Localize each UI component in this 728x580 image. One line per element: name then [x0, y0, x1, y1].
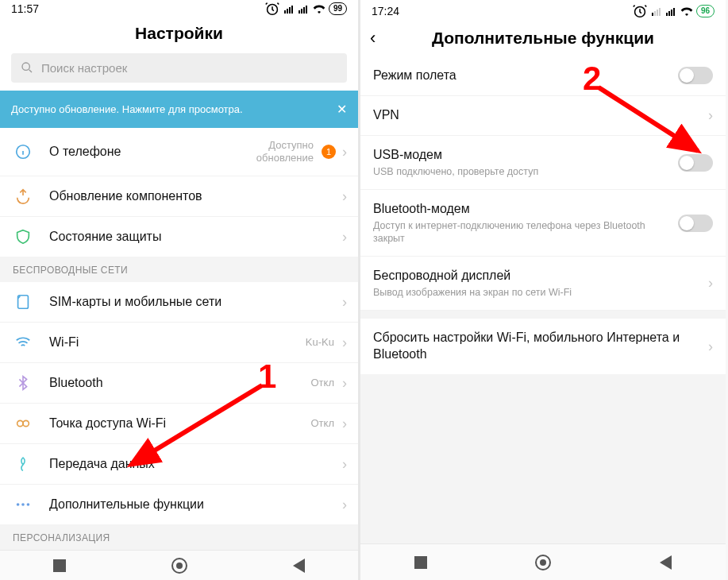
header: ‹ Дополнительные функции — [360, 22, 726, 56]
row-hotspot[interactable]: Точка доступа Wi-Fi Откл › — [0, 403, 358, 443]
wifi-icon — [11, 334, 35, 351]
signal-1-icon — [652, 6, 663, 16]
row-wireless-display[interactable]: Беспроводной дисплей Вывод изображения н… — [360, 257, 726, 311]
close-icon[interactable]: ✕ — [337, 102, 347, 117]
svg-rect-7 — [303, 7, 305, 14]
row-title: USB-модем — [373, 147, 670, 164]
nav-bar — [0, 550, 358, 580]
page-title: Настройки — [135, 24, 223, 43]
row-label: Обновление компонентов — [49, 189, 202, 203]
nav-back-button[interactable] — [660, 555, 672, 570]
row-airplane-mode[interactable]: Режим полета — [360, 56, 726, 96]
chevron-right-icon: › — [342, 294, 347, 311]
chevron-right-icon: › — [342, 497, 347, 513]
row-sim[interactable]: SIM-карты и мобильные сети › — [0, 282, 358, 322]
nav-recent-button[interactable] — [53, 559, 66, 572]
row-desc: USB подключено, проверьте доступ — [373, 165, 670, 178]
nav-bar — [360, 543, 726, 580]
data-icon — [11, 455, 35, 473]
shield-icon — [11, 228, 35, 246]
sim-icon — [11, 293, 35, 311]
svg-point-17 — [27, 503, 30, 506]
row-security-status[interactable]: Состояние защиты › — [0, 216, 358, 257]
update-banner[interactable]: Доступно обновление. Нажмите для просмот… — [0, 91, 358, 128]
row-desc: Доступ к интернет-подключению телефона ч… — [373, 219, 670, 246]
chevron-right-icon: › — [342, 375, 347, 392]
wifi-icon — [680, 6, 693, 16]
status-icons-group: 96 — [631, 2, 715, 20]
row-title: Сбросить настройки Wi-Fi, мобильного Инт… — [373, 330, 700, 363]
row-label: Передача данных — [49, 457, 155, 471]
rows: Режим полета VPN › USB-модем USB подключ… — [360, 56, 726, 311]
svg-rect-27 — [673, 8, 675, 16]
signal-2-icon — [666, 6, 677, 16]
svg-rect-8 — [306, 6, 307, 14]
row-subtext: Ku-Ku — [306, 336, 334, 349]
row-bluetooth[interactable]: Bluetooth Откл › — [0, 362, 358, 403]
chevron-right-icon: › — [708, 338, 713, 355]
search-input[interactable]: Поиск настроек — [11, 53, 347, 83]
status-time: 11:57 — [11, 2, 39, 15]
battery-indicator: 99 — [329, 2, 347, 15]
row-label: Дополнительные функции — [49, 497, 204, 512]
section-personalization-header: ПЕРСОНАЛИЗАЦИЯ — [0, 524, 358, 550]
chevron-right-icon: › — [342, 416, 347, 432]
back-button[interactable]: ‹ — [370, 28, 389, 48]
status-bar: 17:24 96 — [360, 0, 726, 22]
svg-rect-24 — [666, 13, 668, 16]
row-wifi[interactable]: Wi-Fi Ku-Ku › — [0, 322, 358, 362]
row-label: Wi-Fi — [49, 335, 79, 350]
row-reset-network[interactable]: Сбросить настройки Wi-Fi, мобильного Инт… — [360, 319, 726, 374]
row-label: Bluetooth — [49, 376, 103, 390]
search-placeholder: Поиск настроек — [41, 61, 127, 75]
chevron-right-icon: › — [708, 275, 713, 292]
hotspot-icon — [11, 415, 35, 432]
battery-indicator: 96 — [696, 5, 715, 17]
svg-point-14 — [23, 421, 29, 427]
svg-point-15 — [17, 503, 20, 506]
nav-back-button[interactable] — [293, 559, 305, 573]
svg-rect-5 — [299, 10, 300, 14]
chevron-right-icon: › — [342, 229, 347, 246]
chevron-right-icon: › — [342, 456, 347, 473]
svg-point-13 — [17, 421, 23, 427]
chevron-right-icon: › — [342, 334, 347, 351]
header: Настройки — [0, 18, 358, 50]
row-bt-tether[interactable]: Bluetooth-модем Доступ к интернет-подклю… — [360, 190, 726, 257]
screen-more-settings: 17:24 96 ‹ Дополнительные функции Режим … — [360, 0, 726, 580]
svg-rect-1 — [284, 10, 286, 14]
row-title: Режим полета — [373, 68, 670, 84]
wireless-rows: SIM-карты и мобильные сети › Wi-Fi Ku-Ku… — [0, 282, 358, 524]
row-usb-tether[interactable]: USB-модем USB подключено, проверьте дост… — [360, 136, 726, 190]
svg-rect-2 — [287, 9, 288, 14]
row-more-settings[interactable]: Дополнительные функции › — [0, 484, 358, 524]
row-title: VPN — [373, 107, 700, 124]
svg-point-9 — [22, 63, 29, 70]
nav-home-button[interactable] — [171, 558, 187, 574]
nav-home-button[interactable] — [535, 555, 551, 570]
alarm-icon — [631, 2, 649, 20]
svg-rect-3 — [289, 7, 291, 14]
svg-rect-21 — [654, 11, 656, 16]
row-about-phone[interactable]: О телефоне Доступно обновление 1 › — [0, 128, 358, 176]
row-subtext: Откл — [311, 417, 335, 430]
svg-rect-6 — [301, 9, 302, 14]
svg-rect-26 — [671, 10, 672, 16]
svg-rect-25 — [668, 11, 670, 16]
toggle-airplane[interactable] — [678, 67, 713, 84]
row-component-update[interactable]: Обновление компонентов › — [0, 176, 358, 216]
nav-recent-button[interactable] — [414, 556, 427, 569]
svg-rect-20 — [652, 13, 653, 16]
banner-text: Доступно обновление. Нажмите для просмот… — [11, 103, 243, 115]
search-icon — [21, 61, 33, 74]
row-data-usage[interactable]: Передача данных › — [0, 443, 358, 484]
row-vpn[interactable]: VPN › — [360, 96, 726, 136]
status-time: 17:24 — [372, 5, 399, 17]
divider — [360, 311, 726, 319]
toggle-usb-tether[interactable] — [678, 154, 713, 172]
info-icon — [11, 143, 35, 160]
page-title: Дополнительные функции — [432, 29, 654, 48]
status-bar: 11:57 99 — [0, 0, 358, 18]
toggle-bt-tether[interactable] — [678, 215, 713, 232]
annotation-callout-2: 2 — [583, 60, 601, 98]
